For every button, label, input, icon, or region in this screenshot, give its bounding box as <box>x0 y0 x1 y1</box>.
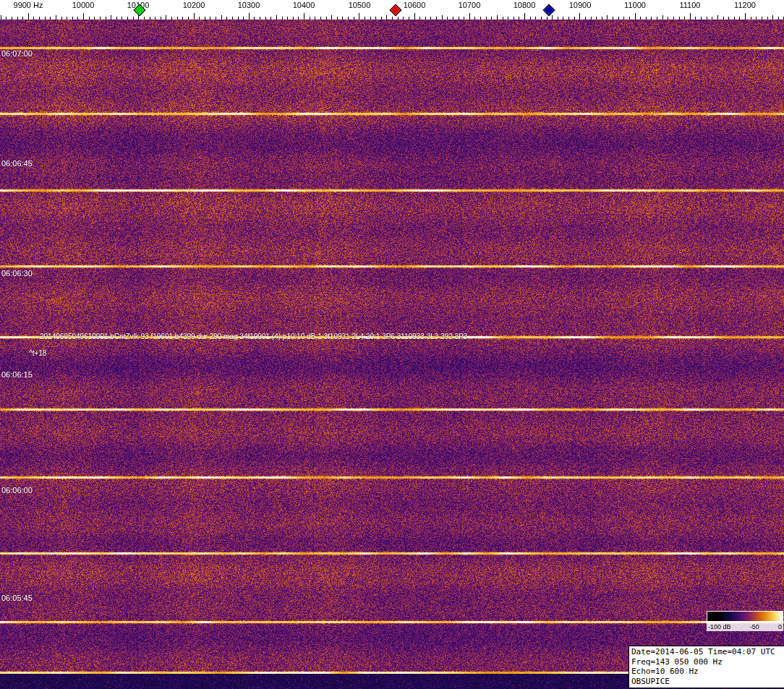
time-label-060645: 06:06:45 <box>1 159 33 168</box>
observation-info-box: Date=2014-06-05 Time=04:07 UTC Freq=143 … <box>629 646 784 688</box>
colorbar: -100 dB -50 0 <box>707 611 783 631</box>
time-label-060615: 06:06:15 <box>1 370 33 379</box>
freq-tick-label-10400: 10400 <box>293 1 315 9</box>
freq-tick-label-11100: 11100 <box>680 1 701 9</box>
colorbar-labels: -100 dB -50 0 <box>707 622 783 631</box>
freq-tick-label-10800: 10800 <box>514 1 536 9</box>
freq-tick-label-10200: 10200 <box>183 1 205 9</box>
frequency-ruler[interactable]: 9900 Hz100001010010200103001040010500106… <box>0 0 784 20</box>
freq-tick-label-11000: 11000 <box>624 1 646 9</box>
time-label-060700: 06:07:00 <box>1 49 33 58</box>
info-line-freq: Freq=143 050 000 Hz <box>631 657 784 667</box>
time-label-060630: 06:06:30 <box>1 269 33 278</box>
detection-annotation-tag: ^t+18 <box>29 349 46 357</box>
freq-tick-label-9900-Hz: 9900 Hz <box>14 1 43 9</box>
colorbar-label-mid: -50 <box>750 623 759 630</box>
waterfall-canvas <box>0 20 784 689</box>
time-label-060600: 06:06:00 <box>1 486 33 495</box>
time-label-060545: 06:05:45 <box>1 594 33 602</box>
info-line-station: OBSUPICE <box>631 677 784 687</box>
info-line-date: Date=2014-06-05 Time=04:07 UTC <box>631 647 784 657</box>
freq-tick-label-10600: 10600 <box>404 1 426 9</box>
colorbar-label-min: -100 dB <box>708 623 731 630</box>
colorbar-gradient <box>707 611 783 622</box>
freq-tick-label-11200: 11200 <box>734 1 756 9</box>
freq-tick-label-10300: 10300 <box>238 1 260 9</box>
detection-annotation: 20140605049610901 bCntZvlk 93 f10601 b43… <box>40 333 467 341</box>
spectrogram-app: 9900 Hz100001010010200103001040010500106… <box>0 0 784 689</box>
freq-tick-label-10500: 10500 <box>349 1 371 9</box>
waterfall-display[interactable]: 06:07:0006:06:4506:06:3006:06:1506:06:00… <box>0 20 784 689</box>
colorbar-label-max: 0 <box>778 623 782 630</box>
info-line-echo: Echo=10 600 Hz <box>631 667 784 677</box>
freq-tick-label-10700: 10700 <box>459 1 481 9</box>
freq-tick-label-10900: 10900 <box>569 1 592 9</box>
freq-tick-label-10000: 10000 <box>72 1 95 9</box>
